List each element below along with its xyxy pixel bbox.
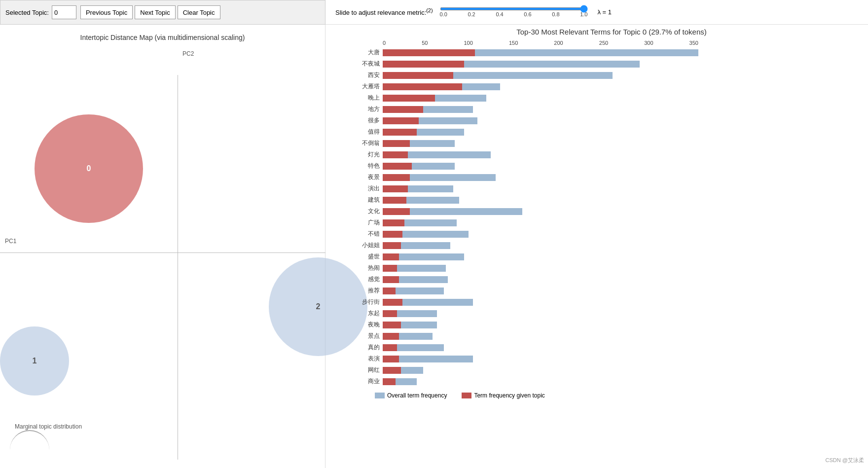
left-chart-title: Intertopic Distance Map (via multidimens… (0, 25, 325, 45)
pc2-label: PC2 (182, 50, 194, 57)
bar-red (383, 197, 406, 204)
y-label: 东起 (368, 308, 380, 319)
y-label: 商业 (368, 376, 380, 387)
bar-row (383, 183, 858, 194)
left-panel: Intertopic Distance Map (via multidimens… (0, 25, 326, 468)
lambda-value: λ = 1 (598, 8, 612, 16)
bar-red (383, 242, 401, 249)
bar-row (383, 308, 858, 319)
relevance-slider[interactable] (440, 7, 588, 10)
bar-red (383, 72, 453, 79)
bar-row (383, 274, 858, 285)
legend-blue-box (375, 393, 385, 398)
bar-row (383, 149, 858, 160)
bar-red (383, 231, 402, 238)
bar-row (383, 172, 858, 183)
slider-container: 0.0 0.2 0.4 0.6 0.8 1.0 (440, 7, 588, 17)
axis-vertical (178, 75, 178, 460)
bar-row (383, 70, 858, 81)
bar-row (383, 319, 858, 330)
bar-red (383, 95, 435, 102)
topic-circle-0[interactable]: 0 (35, 114, 143, 223)
y-label: 值得 (368, 126, 380, 138)
topic-2-label: 2 (316, 302, 321, 311)
bar-row (383, 126, 858, 138)
y-label: 晚上 (368, 92, 380, 104)
y-label: 大唐 (368, 47, 380, 58)
y-label: 步行街 (362, 296, 380, 308)
y-label: 盛世 (368, 251, 380, 262)
y-label: 景点 (368, 330, 380, 342)
bar-red (383, 208, 410, 215)
y-label: 演出 (368, 183, 380, 194)
right-panel: Top-30 Most Relevant Terms for Topic 0 (… (326, 25, 868, 468)
slider-sup: (2) (426, 7, 433, 13)
y-label: 建筑 (368, 194, 380, 206)
marginal-arc (10, 430, 49, 450)
bar-red (383, 253, 399, 260)
bar-row (383, 160, 858, 172)
bar-red (383, 322, 401, 328)
mds-area: PC2 PC1 0 1 2 Marginal topic distributio… (0, 45, 326, 450)
bar-red (383, 49, 475, 56)
bar-row (383, 217, 858, 228)
legend-blue-label: Overall term frequency (387, 392, 447, 399)
selected-topic-label: Selected Topic: (5, 9, 49, 16)
y-label: 灯光 (368, 149, 380, 160)
y-label: 不夜城 (362, 58, 380, 70)
legend-red-box (462, 393, 471, 398)
topic-0-label: 0 (87, 164, 91, 173)
topic-1-label: 1 (33, 357, 37, 365)
y-label: 表演 (368, 353, 380, 364)
bar-row (383, 58, 858, 70)
y-label: 特色 (368, 160, 380, 172)
bar-red (383, 378, 396, 385)
prev-topic-button[interactable]: Previous Topic (80, 5, 133, 19)
bar-row (383, 364, 858, 376)
bar-row (383, 240, 858, 251)
bar-red (383, 299, 402, 306)
legend-area: Overall term frequency Term frequency gi… (375, 392, 858, 399)
slider-label: Slide to adjust relevance metric:(2) (335, 7, 433, 16)
bar-row (383, 228, 858, 240)
bar-red (383, 151, 408, 158)
bar-row (383, 138, 858, 149)
bar-row (383, 251, 858, 262)
main-layout: Intertopic Distance Map (via multidimens… (0, 25, 868, 468)
bar-row (383, 353, 858, 364)
slider-ticks: 0.0 0.2 0.4 0.6 0.8 1.0 (440, 11, 588, 17)
bar-row (383, 296, 858, 308)
clear-topic-button[interactable]: Clear Topic (178, 5, 220, 19)
y-label: 不错 (368, 228, 380, 240)
watermark: CSDN @艾泳柔 (826, 457, 864, 464)
legend-red-item: Term frequency given topic (462, 392, 544, 399)
bar-red (383, 163, 412, 170)
pc1-label: PC1 (5, 238, 16, 245)
bar-red (383, 129, 417, 136)
legend-red-label: Term frequency given topic (474, 392, 544, 399)
bar-row (383, 330, 858, 342)
axis-horizontal (0, 252, 326, 253)
next-topic-button[interactable]: Next Topic (135, 5, 175, 19)
y-label: 广场 (368, 217, 380, 228)
y-label: 文化 (368, 206, 380, 217)
bar-row (383, 342, 858, 353)
bars-column (383, 47, 858, 387)
topic-input[interactable] (52, 5, 76, 19)
bar-row (383, 285, 858, 296)
bar-red (383, 83, 462, 90)
y-label: 小姐姐 (362, 240, 380, 251)
marginal-label: Marginal topic distribution (15, 423, 82, 430)
y-label: 西安 (368, 70, 380, 81)
right-chart-title: Top-30 Most Relevant Terms for Topic 0 (… (365, 28, 858, 36)
y-label: 夜晚 (368, 319, 380, 330)
y-label: 夜景 (368, 172, 380, 183)
bar-red (383, 276, 399, 283)
y-label: 不倒翁 (362, 138, 380, 149)
topic-circle-1[interactable]: 1 (0, 326, 69, 396)
bar-red (383, 174, 410, 181)
bar-red (383, 140, 410, 147)
y-label: 热闹 (368, 262, 380, 274)
bar-red (383, 219, 404, 226)
top-bar: Selected Topic: Previous Topic Next Topi… (0, 0, 326, 25)
